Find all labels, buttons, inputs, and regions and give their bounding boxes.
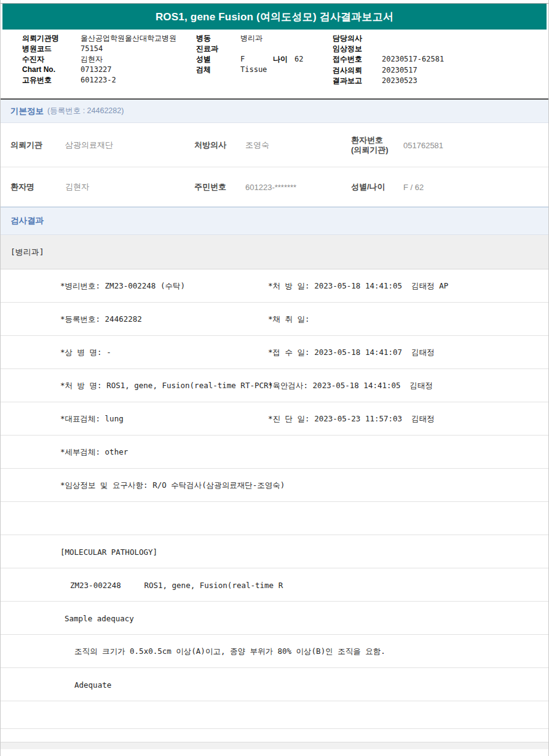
result-row-empty <box>1 502 548 535</box>
field-label: 환자명 <box>10 182 34 192</box>
result-row: *상 병 명: - *접 수 일: 2023-05-18 14:41:07 김태… <box>1 336 548 369</box>
header-row: 임상정보 <box>1 44 549 54</box>
section-subtitle: (등록번호 : 24462282) <box>47 106 124 116</box>
header-row: 결과보고 20230523 <box>1 76 549 86</box>
result-left-text: *병리번호: ZM23-002248 (수탁) <box>60 281 185 291</box>
field-value: 조영숙 <box>245 140 269 151</box>
result-right-text: *진 단 일: 2023-05-23 11:57:03 김태정 <box>268 413 435 424</box>
field-label: 처방의사 <box>194 140 226 150</box>
result-row: ZM23-002248 ROS1, gene, Fusion(real-time… <box>1 568 548 602</box>
field-label: 환자번호(의뢰기관) <box>351 135 389 155</box>
result-row: 조직의 크기가 0.5x0.5cm 이상(A)이고, 종양 부위가 80% 이상… <box>1 635 548 668</box>
result-left-text: Sample adequacy <box>65 613 134 623</box>
result-row: *처 방 명: ROS1, gene, Fusion(real-time RT-… <box>1 369 548 402</box>
result-left-text: Adequate <box>74 680 111 689</box>
result-left-text: ZM23-002248 ROS1, gene, Fusion(real-time… <box>70 580 283 589</box>
result-row: *임상정보 및 요구사항: R/O 수탁검사(삼광의료재단-조영숙) <box>1 469 548 502</box>
result-left-text: *임상정보 및 요구사항: R/O 수탁검사(삼광의료재단-조영숙) <box>60 480 285 490</box>
result-left-text: *등록번호: 24462282 <box>60 314 142 324</box>
field-value: 051762581 <box>403 140 443 149</box>
basic-info-section-header: 기본정보 (등록번호 : 24462282) <box>1 98 548 123</box>
result-right-text: *채 취 일: <box>268 314 310 324</box>
header-row: 접수번호 20230517-62581 <box>1 54 549 65</box>
result-right-text: *육안검사: 2023-05-18 14:41:05 김태정 <box>268 380 433 391</box>
field-label: 접수번호 <box>333 54 362 65</box>
field-value: 20230517 <box>382 65 417 76</box>
department-row: [병리과] <box>1 235 548 269</box>
field-value: 김현자 <box>65 181 89 193</box>
bottom-gap <box>1 729 548 742</box>
section-title: 검사결과 <box>10 215 44 226</box>
field-label: 검사의뢰 <box>333 65 362 76</box>
result-row: *등록번호: 24462282 *채 취 일: <box>1 303 548 336</box>
field-label: 주민번호 <box>194 182 226 192</box>
result-right-text: *접 수 일: 2023-05-18 14:41:07 김태정 <box>268 347 435 357</box>
result-row: *병리번호: ZM23-002248 (수탁) *처 방 일: 2023-05-… <box>1 269 548 303</box>
result-left-text: [MOLECULAR PATHOLOGY] <box>60 547 157 556</box>
field-value: 20230523 <box>382 76 417 86</box>
field-value: 601223-******* <box>245 183 296 192</box>
field-label-line2: (의뢰기관) <box>351 145 389 155</box>
field-label-line1: 환자번호 <box>351 135 389 145</box>
field-label: 임상정보 <box>333 44 362 54</box>
result-right-text: *처 방 일: 2023-05-18 14:41:05 김태정 AP <box>268 281 448 291</box>
result-left-text: 조직의 크기가 0.5x0.5cm 이상(A)이고, 종양 부위가 80% 이상… <box>74 646 385 656</box>
result-left-text: *상 병 명: - <box>60 347 111 357</box>
department-label: [병리과] <box>10 247 44 258</box>
report-page: ROS1, gene Fusion (여의도성모) 검사결과보고서 의뢰기관명 … <box>0 0 549 756</box>
result-row: [MOLECULAR PATHOLOGY] <box>1 535 548 568</box>
result-row: Sample adequacy <box>1 602 548 635</box>
results-section-header: 검사결과 <box>1 207 548 235</box>
result-row: *대표검체: lung *진 단 일: 2023-05-23 11:57:03 … <box>1 402 548 436</box>
patient-header-block: 의뢰기관명 울산공업학원울산대학교병원 병원코드 75154 수진자 김현자 C… <box>1 30 548 98</box>
section-title: 기본정보 <box>10 106 44 117</box>
field-label: 의뢰기관 <box>10 140 42 150</box>
result-left-text: *처 방 명: ROS1, gene, Fusion(real-time RT-… <box>60 380 273 391</box>
result-left-text: *대표검체: lung <box>60 413 124 424</box>
field-value: 20230517-62581 <box>382 54 444 65</box>
report-title: ROS1, gene Fusion (여의도성모) 검사결과보고서 <box>156 10 393 24</box>
field-value: 삼광의료재단 <box>65 140 113 151</box>
basic-info-row-1: 의뢰기관 삼광의료재단 처방의사 조영숙 환자번호(의뢰기관) 05176258… <box>1 123 548 167</box>
result-row-empty <box>1 701 548 729</box>
field-value: F / 62 <box>403 183 424 192</box>
field-label: 성별/나이 <box>351 182 385 192</box>
field-label: 결과보고 <box>333 76 362 86</box>
result-left-text: *세부검체: other <box>60 447 128 457</box>
report-title-bar: ROS1, gene Fusion (여의도성모) 검사결과보고서 <box>2 4 547 30</box>
result-row: *세부검체: other <box>1 436 548 469</box>
header-row: 검사의뢰 20230517 <box>1 65 549 76</box>
field-label: 담당의사 <box>333 33 362 44</box>
basic-info-row-2: 환자명 김현자 주민번호 601223-******* 성별/나이 F / 62 <box>1 167 548 207</box>
header-row: 담당의사 <box>1 33 549 44</box>
result-row: Adequate <box>1 668 548 701</box>
bottom-scrollbar-track <box>1 742 548 749</box>
